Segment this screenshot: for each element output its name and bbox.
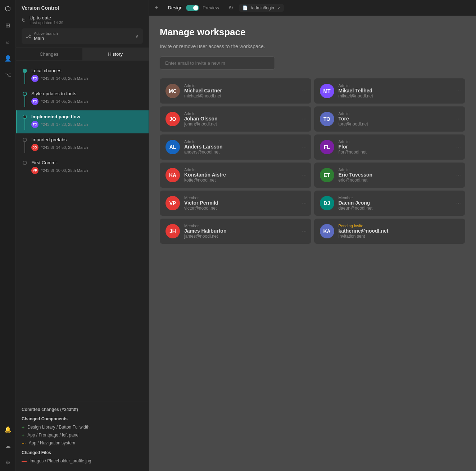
commit-title: First Commit [31,160,143,165]
timeline-line [24,142,25,153]
toolbar-refresh-icon[interactable]: ↻ [228,4,233,11]
user-menu-button[interactable]: ··· [302,144,307,150]
workspace: Manage workspace Invite or remove user a… [149,16,476,471]
user-name: Flor [339,144,460,150]
commit-title: Implemeted page flow [31,114,143,119]
avatar: DJ [320,196,334,210]
grid-icon[interactable]: ⊞ [3,20,13,30]
commit-title: Style updates to fonts [31,91,143,96]
file-change-item: —Images / Placeholder_profile.jpg [22,458,143,464]
branch-info: ⎇ Active branch Main [26,31,58,41]
search-icon[interactable]: ⌕ [3,37,13,47]
timeline-dot [23,92,27,96]
user-menu-button[interactable]: ··· [456,200,461,206]
avatar: JH [166,224,180,238]
user-menu-button[interactable]: ··· [456,88,461,94]
history-item[interactable]: First Commit VP #243f3f 10:00, 25th Marc… [16,156,149,178]
version-control-panel: Version Control ↻ Up to date Last update… [16,0,149,471]
users-grid: MC Admin Michael Cartner michael@noodl.n… [160,78,465,244]
component-change-item: +Design Library / Button Fullwidth [22,424,143,430]
commit-hash: #243f3f [41,168,54,173]
settings-icon[interactable]: ⚙ [3,457,13,467]
user-menu-button[interactable]: ··· [456,172,461,178]
git-icon[interactable]: ⌥ [3,70,13,80]
toolbar-tabs: Design Preview [164,4,223,12]
user-info: Admin Johan Olsson johan@noodl.net [184,111,305,127]
tab-history[interactable]: History [82,48,149,60]
design-tab[interactable]: Design [164,4,186,12]
user-menu-button[interactable]: ··· [302,200,307,206]
user-menu-button[interactable]: ··· [456,116,461,122]
cloud-icon[interactable]: ☁ [3,441,13,451]
user-card: KA Pending invite katherine@noodl.net In… [314,219,466,244]
user-name: Tore [339,116,460,122]
invite-email-input[interactable] [160,56,275,70]
user-card: VP Member Victor Permild victor@noodl.ne… [160,191,311,216]
avatar: JO [31,144,38,151]
branch-row[interactable]: ⎇ Active branch Main ∨ [22,28,143,44]
user-info: Member James Haliburton james@noodl.net [184,224,305,239]
history-item[interactable]: Implemeted page flow TO #243f3f 17:23, 2… [16,110,149,133]
user-info: Admin Tore tore@noodl.net [339,111,460,127]
commit-hash: #243f3f [41,76,54,81]
user-name: Victor Permild [184,200,305,206]
user-name: James Haliburton [184,228,305,234]
user-card: TO Admin Tore tore@noodl.net ··· [314,106,466,132]
users-icon[interactable]: 👤 [3,53,13,63]
add-button[interactable]: + [155,4,159,12]
user-menu-button[interactable]: ··· [302,116,307,122]
user-email: johan@noodl.net [184,122,305,127]
history-item[interactable]: Style updates to fonts TO #243f3f 14:05,… [16,87,149,110]
component-change-item: +App / Frontpage / left panel [22,432,143,438]
timeline-line [24,119,25,130]
commit-info: Implemeted page flow TO #243f3f 17:23, 2… [31,114,143,128]
preview-tab[interactable]: Preview [199,4,223,12]
history-item[interactable]: Local changes TO #243f3f 14:00, 26th Mar… [16,64,149,87]
commit-hash: #243f3f [41,99,54,104]
user-email: james@noodl.net [184,234,305,239]
change-text: Design Library / Button Fullwidth [27,425,90,430]
tab-changes[interactable]: Changes [16,48,82,60]
user-role: Admin [339,111,460,116]
user-menu-button[interactable]: ··· [302,88,307,94]
timeline-dot [23,69,27,73]
commit-title: Imported prefabs [31,137,143,142]
commit-date: 17:23, 25th March [56,122,88,127]
branch-icon: ⎇ [26,34,31,39]
committed-title: Comitted changes (#243f3f) [22,407,143,412]
user-name: Eric Tuvesson [339,172,460,178]
user-role: Admin [339,168,460,172]
user-email: Invitation sent [339,234,460,239]
user-email: kotte@noodl.net [184,178,305,183]
chevron-down-icon[interactable]: ∨ [135,34,139,39]
panel-title: Version Control [22,5,143,11]
refresh-icon[interactable]: ↻ [22,17,26,23]
user-card: JH Member James Haliburton james@noodl.n… [160,219,311,244]
timeline-col [23,160,27,165]
bell-icon[interactable]: 🔔 [3,424,13,434]
files-title: Changed Files [22,450,143,455]
change-text: App / Navigation system [29,440,75,445]
logo-icon[interactable]: ⬡ [3,4,13,14]
user-menu-button[interactable]: ··· [456,144,461,150]
user-info: Member Daeun Jeong daeun@noodl.net [339,196,460,211]
timeline-dot [23,115,27,119]
user-card: MT Admin Mikael Tellhed mikael@noodl.net… [314,78,466,104]
url-bar[interactable]: 📄 /admin/login ∨ [239,4,284,12]
branch-text: Active branch Main [34,31,58,41]
user-email: tore@noodl.net [339,122,460,127]
user-name: Anders Larsson [184,144,305,150]
toggle-switch[interactable] [186,5,199,11]
main-area: + Design Preview ↻ 📄 /admin/login ∨ Mana… [149,0,476,471]
history-item[interactable]: Imported prefabs JO #243f3f 14:50, 25th … [16,133,149,156]
timeline-line [24,96,25,107]
user-name: Johan Olsson [184,116,305,122]
user-email: anders@noodl.net [184,150,305,155]
commit-info: Local changes TO #243f3f 14:00, 26th Mar… [31,68,143,82]
user-card: DJ Member Daeun Jeong daeun@noodl.net ··… [314,191,466,216]
user-menu-button[interactable]: ··· [302,172,307,178]
user-menu-button[interactable]: ··· [302,228,307,234]
user-card: ET Admin Eric Tuvesson eric@noodl.net ··… [314,163,466,188]
branch-value: Main [34,36,58,41]
user-name: katherine@noodl.net [339,228,460,234]
